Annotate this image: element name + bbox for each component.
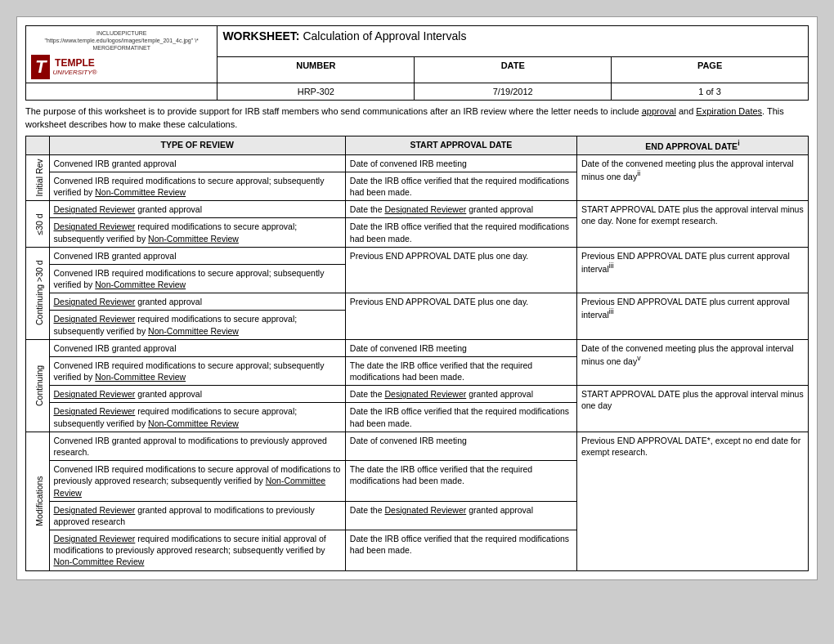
type-cell: Designated Reviewer required modificatio…: [49, 218, 345, 247]
type-cell: Convened IRB required modifications to s…: [49, 356, 345, 385]
expiration-underline: Expiration Dates: [696, 106, 762, 116]
type-cell: Designated Reviewer granted approval: [49, 293, 345, 311]
type-cell: Convened IRB required modifications to s…: [49, 264, 345, 293]
type-cell: Designated Reviewer required modificatio…: [49, 403, 345, 432]
table-row: Continuing Convened IRB granted approval…: [26, 339, 809, 356]
type-col-header: TYPE OF REVIEW: [49, 136, 345, 155]
type-cell: Convened IRB required modifications to s…: [49, 461, 345, 502]
number-value: HRP-302: [217, 83, 415, 101]
approval-underline: approval: [642, 106, 676, 116]
table-row: Initial Rev Convened IRB granted approva…: [26, 154, 809, 172]
type-cell: Designated Reviewer required modificatio…: [49, 530, 345, 571]
start-cell: Date the IRB office verified that the re…: [345, 172, 576, 200]
page-value: 1 of 3: [612, 83, 809, 101]
continuing-gt30-label: Continuing >30 d: [26, 247, 50, 339]
start-cell: Date of convened IRB meeting: [345, 154, 576, 172]
start-cell: The date the IRB office verified that th…: [345, 461, 576, 502]
page: INCLUDEPICTURE "https://www.temple.edu/l…: [16, 16, 818, 580]
type-cell: Convened IRB granted approval to modific…: [49, 432, 345, 460]
initial-review-label: Initial Rev: [26, 154, 50, 201]
start-cell: Date the Designated Reviewer granted app…: [345, 501, 576, 530]
end-cell: Previous END APPROVAL DATE*, except no e…: [576, 432, 808, 570]
type-cell: Designated Reviewer required modificatio…: [49, 311, 345, 339]
start-cell: Date the IRB office verified that the re…: [345, 530, 576, 571]
temple-name: TEMPLE: [52, 58, 96, 69]
date-value: 7/19/2012: [415, 83, 612, 101]
date-col-header: DATE: [415, 57, 612, 83]
end-cell: Date of the convened meeting plus the ap…: [576, 154, 808, 201]
start-cell: Date of convened IRB meeting: [345, 432, 576, 460]
start-cell: Previous END APPROVAL DATE plus one day.: [345, 293, 576, 340]
le30d-label: ≤30 d: [26, 201, 50, 248]
type-cell: Convened IRB granted approval: [49, 247, 345, 264]
table-row: Designated Reviewer granted approval Pre…: [26, 293, 809, 311]
type-cell: Convened IRB granted approval: [49, 339, 345, 356]
table-row: ≤30 d Designated Reviewer granted approv…: [26, 201, 809, 218]
end-cell: Date of the convened meeting plus the ap…: [576, 339, 808, 386]
end-cell: START APPROVAL DATE plus the approval in…: [576, 201, 808, 248]
logo-cell-empty: [26, 83, 217, 101]
number-col-header: NUMBER: [217, 57, 415, 83]
start-cell: Date the IRB office verified that the re…: [345, 218, 576, 247]
type-cell: Convened IRB granted approval: [49, 154, 345, 172]
end-cell: Previous END APPROVAL DATE plus current …: [576, 247, 808, 293]
start-cell: Date the IRB office verified that the re…: [345, 403, 576, 432]
main-table: TYPE OF REVIEW START APPROVAL DATE END A…: [25, 136, 809, 570]
modifications-label: Modifications: [26, 432, 50, 570]
start-col-header: START APPROVAL DATE: [345, 136, 576, 155]
header-table: INCLUDEPICTURE "https://www.temple.edu/l…: [25, 25, 809, 101]
type-cell: Designated Reviewer granted approval: [49, 201, 345, 218]
table-row: Designated Reviewer granted approval Dat…: [26, 386, 809, 403]
table-row: Modifications Convened IRB granted appro…: [26, 432, 809, 460]
temple-t-icon: T: [31, 55, 50, 79]
continuing-label: Continuing: [26, 339, 50, 432]
start-cell: Date of convened IRB meeting: [345, 339, 576, 356]
temple-logo: T TEMPLE UNIVERSITY®: [31, 55, 212, 79]
start-cell: Date the Designated Reviewer granted app…: [345, 201, 576, 218]
start-cell: Date the Designated Reviewer granted app…: [345, 386, 576, 403]
worksheet-title: WORKSHEET: Calculation of Approval Inter…: [217, 26, 809, 57]
logo-cell: INCLUDEPICTURE "https://www.temple.edu/l…: [26, 26, 217, 83]
type-cell: Convened IRB required modifications to s…: [49, 172, 345, 200]
page-col-header: PAGE: [612, 57, 809, 83]
temple-university-label: UNIVERSITY®: [52, 69, 96, 76]
purpose-text: The purpose of this worksheet is to prov…: [25, 105, 809, 131]
start-cell: The date the IRB office verified that th…: [345, 356, 576, 385]
table-row: Continuing >30 d Convened IRB granted ap…: [26, 247, 809, 264]
end-cell: START APPROVAL DATE plus the approval in…: [576, 386, 808, 432]
logo-text: INCLUDEPICTURE "https://www.temple.edu/l…: [31, 29, 212, 51]
type-cell: Designated Reviewer granted approval to …: [49, 501, 345, 530]
type-cell: Designated Reviewer granted approval: [49, 386, 345, 403]
end-cell: Previous END APPROVAL DATE plus current …: [576, 293, 808, 340]
section-col-header: [26, 136, 50, 155]
start-cell: Previous END APPROVAL DATE plus one day.: [345, 247, 576, 293]
end-col-header: END APPROVAL DATEi: [576, 136, 808, 155]
